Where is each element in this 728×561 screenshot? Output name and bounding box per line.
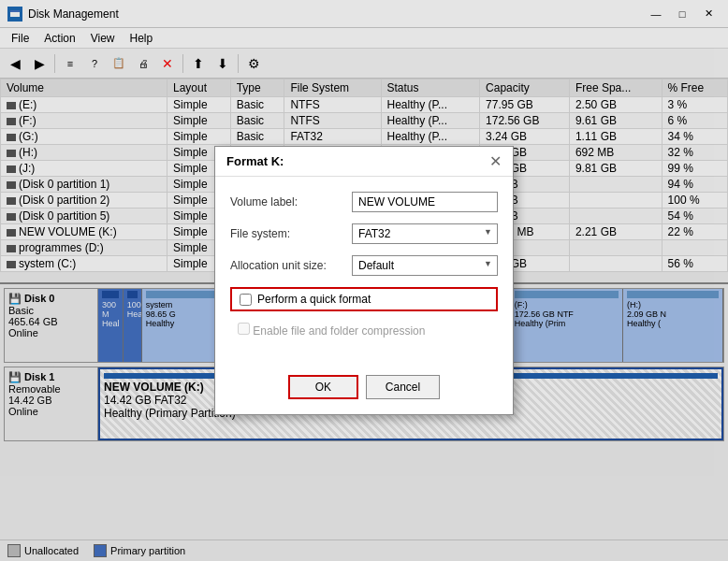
quick-format-label-text[interactable]: Perform a quick format — [257, 293, 371, 306]
file-system-control: FAT32 NTFS exFAT — [352, 223, 498, 244]
dialog-title-bar: Format K: ✕ — [215, 147, 513, 177]
dialog-buttons: OK Cancel — [215, 367, 513, 414]
volume-label-row: Volume label: — [230, 192, 498, 212]
ok-button[interactable]: OK — [288, 375, 358, 399]
cancel-button[interactable]: Cancel — [366, 375, 440, 399]
file-system-row: File system: FAT32 NTFS exFAT — [230, 223, 498, 244]
allocation-control: Default 512 1024 — [352, 255, 498, 276]
file-system-select[interactable]: FAT32 NTFS exFAT — [352, 223, 498, 244]
quick-format-checkbox[interactable] — [240, 294, 252, 306]
file-system-label: File system: — [230, 227, 352, 240]
allocation-select[interactable]: Default 512 1024 — [352, 255, 498, 276]
compression-row: Enable file and folder compression — [230, 319, 498, 341]
dialog-close-button[interactable]: ✕ — [489, 152, 502, 170]
format-dialog-overlay: Format K: ✕ Volume label: File system: F… — [0, 0, 728, 561]
dialog-title-text: Format K: — [226, 154, 284, 168]
compression-checkbox — [238, 323, 250, 335]
volume-label-input[interactable] — [352, 192, 498, 212]
quick-format-row: Perform a quick format — [230, 287, 498, 311]
compression-label-text: Enable file and folder compression — [253, 324, 425, 338]
allocation-row: Allocation unit size: Default 512 1024 — [230, 255, 498, 276]
dialog-body: Volume label: File system: FAT32 NTFS ex… — [215, 177, 513, 367]
format-dialog: Format K: ✕ Volume label: File system: F… — [214, 146, 514, 415]
volume-label-label: Volume label: — [230, 195, 352, 209]
allocation-label: Allocation unit size: — [230, 259, 352, 272]
volume-label-control — [352, 192, 498, 212]
